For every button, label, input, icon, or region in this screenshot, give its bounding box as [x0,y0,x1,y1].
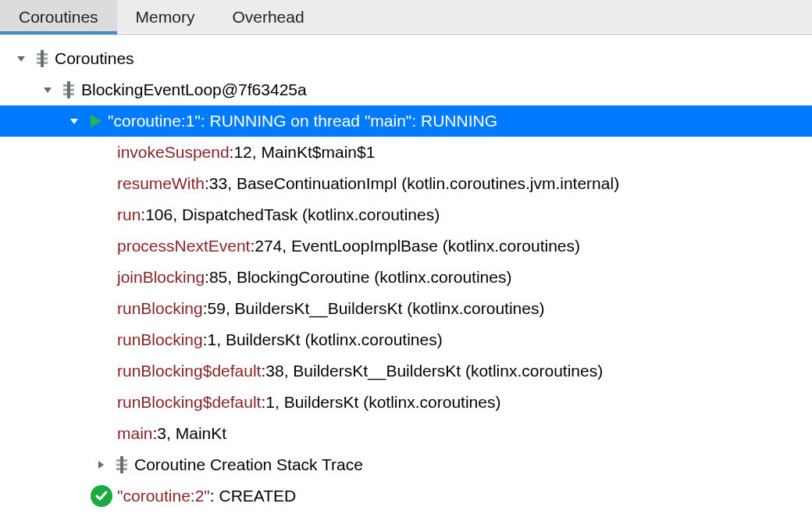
frame-location: :1, BuildersKt (kotlinx.coroutines) [261,393,500,411]
frame-label: runBlocking:1, BuildersKt (kotlinx.corou… [116,330,443,349]
stack-frame[interactable]: joinBlocking:85, BlockingCoroutine (kotl… [0,262,812,293]
frame-location: :3, MainKt [153,424,227,442]
thread-group-icon [31,50,53,67]
stack-frame[interactable]: run:106, DispatchedTask (kotlinx.corouti… [0,199,812,230]
frame-location: :38, BuildersKt__BuildersKt (kotlinx.cor… [261,362,603,380]
frame-method: runBlocking [117,299,203,317]
stack-frame[interactable]: runBlocking:1, BuildersKt (kotlinx.corou… [0,324,812,355]
frame-location: :106, DispatchedTask (kotlinx.coroutines… [141,205,440,223]
tree-node-root[interactable]: Coroutines [0,43,812,74]
chevron-down-icon[interactable] [37,84,58,95]
coroutine-name: "coroutine:2" [117,487,210,505]
node-label: Coroutine Creation Stack Trace [133,455,363,474]
frame-method: run [117,205,141,223]
svg-rect-3 [41,50,44,67]
frame-method: processNextEvent [117,237,250,255]
chevron-down-icon[interactable] [64,116,84,127]
frame-label: runBlocking:59, BuildersKt__BuildersKt (… [116,299,544,318]
node-label: BlockingEventLoop@7f63425a [80,80,307,99]
frame-label: main:3, MainKt [116,424,226,443]
node-label: "coroutine:1": RUNNING on thread "main":… [106,112,497,130]
stack-frame[interactable]: invokeSuspend:12, MainKt$main$1 [0,137,812,168]
coroutines-tree: Coroutines BlockingEventLoop@7f63425a "c… [0,35,812,512]
frame-location: :274, EventLoopImplBase (kotlinx.corouti… [250,237,580,255]
frame-method: invokeSuspend [117,143,230,161]
tab-label: Overhead [232,8,304,27]
stack-frame[interactable]: resumeWith:33, BaseContinuationImpl (kot… [0,168,812,199]
frame-label: invokeSuspend:12, MainKt$main$1 [116,143,375,162]
frame-method: joinBlocking [117,268,205,286]
stack-frame[interactable]: runBlocking$default:38, BuildersKt__Buil… [0,355,812,387]
tab-memory[interactable]: Memory [117,0,214,34]
check-circle-icon [91,485,112,507]
frame-location: :1, BuildersKt (kotlinx.coroutines) [203,330,443,348]
running-icon [84,113,106,129]
stack-frame[interactable]: runBlocking:59, BuildersKt__BuildersKt (… [0,293,812,324]
frame-label: processNextEvent:274, EventLoopImplBase … [116,237,580,255]
thread-group-icon [58,81,80,98]
tree-node-dispatcher[interactable]: BlockingEventLoop@7f63425a [0,74,812,105]
coroutine-state: : CREATED [210,487,296,505]
frame-method: runBlocking [117,330,203,348]
frame-location: :12, MainKt$main$1 [230,143,376,161]
tree-node-coroutine-1[interactable]: "coroutine:1": RUNNING on thread "main":… [0,105,812,137]
frame-location: :59, BuildersKt__BuildersKt (kotlinx.cor… [203,299,545,317]
node-label: Coroutines [53,49,134,68]
tab-overhead[interactable]: Overhead [213,0,322,34]
chevron-down-icon[interactable] [11,53,31,64]
frame-label: runBlocking$default:1, BuildersKt (kotli… [116,393,500,412]
stack-frame[interactable]: processNextEvent:274, EventLoopImplBase … [0,230,812,262]
svg-rect-7 [67,81,70,98]
frame-method: main [117,424,153,442]
stack-frame[interactable]: main:3, MainKt [0,418,812,449]
svg-rect-11 [120,456,123,473]
tab-label: Coroutines [19,8,98,27]
tree-node-creation-trace[interactable]: Coroutine Creation Stack Trace [0,449,812,480]
frame-location: :33, BaseContinuationImpl (kotlin.corout… [205,174,619,192]
frame-label: resumeWith:33, BaseContinuationImpl (kot… [116,174,619,193]
frame-method: runBlocking$default [117,362,261,380]
stack-frame[interactable]: runBlocking$default:1, BuildersKt (kotli… [0,387,812,418]
chevron-right-icon[interactable] [91,459,111,470]
node-label: "coroutine:2": CREATED [116,487,296,505]
tree-node-coroutine-2[interactable]: "coroutine:2": CREATED [0,480,812,512]
frame-label: run:106, DispatchedTask (kotlinx.corouti… [116,205,440,224]
frame-location: :85, BlockingCoroutine (kotlinx.coroutin… [205,268,511,286]
tab-coroutines[interactable]: Coroutines [0,0,117,34]
debug-tab-bar: Coroutines Memory Overhead [0,0,812,35]
frame-label: joinBlocking:85, BlockingCoroutine (kotl… [116,268,511,287]
frame-method: runBlocking$default [117,393,261,411]
thread-group-icon [111,456,133,473]
frame-label: runBlocking$default:38, BuildersKt__Buil… [116,362,603,380]
tab-label: Memory [136,8,195,27]
frame-method: resumeWith [117,174,205,192]
